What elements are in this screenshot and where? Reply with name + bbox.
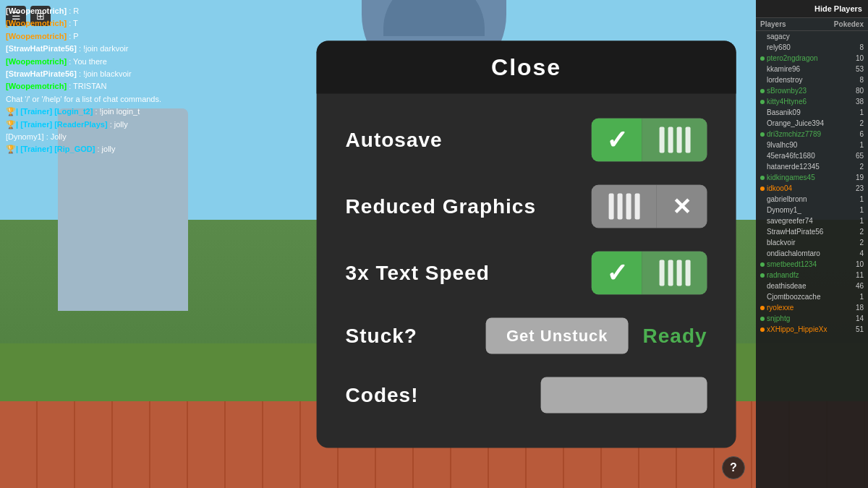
reduced-graphics-bars	[592, 184, 657, 228]
player-score: 1	[849, 108, 864, 116]
players-panel: Hide Players Players Pokedex sagacy rely…	[756, 0, 868, 488]
autosave-toggle[interactable]: ✓	[592, 118, 707, 161]
player-row: snjphtg 14	[756, 313, 868, 324]
player-score: 1	[849, 195, 864, 203]
player-name: Basanik09	[767, 108, 846, 116]
autosave-row: Autosave ✓	[317, 108, 736, 171]
chat-line: Chat '/' or '/help' for a list of chat c…	[6, 94, 204, 105]
codes-row: Codes!	[317, 367, 736, 423]
player-dot-empty	[760, 165, 765, 169]
stuck-controls: Get Unstuck Ready	[486, 317, 707, 354]
autosave-label: Autosave	[346, 128, 443, 151]
autosave-check-icon[interactable]: ✓	[592, 118, 642, 161]
player-score: 18	[849, 304, 864, 312]
player-name: savegreefer74	[767, 217, 846, 225]
chat-message: : You there	[69, 57, 107, 66]
text-speed-bars	[642, 251, 707, 294]
chat-message: : jolly	[110, 120, 128, 129]
player-dot-empty	[760, 67, 765, 72]
player-row: StrawHatPirate56 2	[756, 226, 868, 237]
chat-message: : P	[69, 32, 78, 40]
player-score: 46	[849, 282, 864, 290]
player-name: lordenstroy	[767, 76, 846, 84]
players-col-label: Players	[760, 20, 786, 28]
chat-username: [Dynomy1]	[6, 132, 44, 141]
player-name: Cjomtboozcache	[767, 293, 846, 301]
player-name: Orange_Juice394	[767, 119, 846, 127]
get-unstuck-button[interactable]: Get Unstuck	[486, 317, 629, 354]
player-score: 65	[849, 152, 864, 160]
bar-2	[668, 127, 673, 153]
bar-1	[659, 260, 664, 286]
bar-1	[659, 127, 664, 153]
player-row: xXHippo_HippieXx 51	[756, 324, 868, 335]
bar-2	[668, 260, 673, 286]
chat-message: : !join darkvoir	[79, 44, 128, 53]
chat-username: [StrawHatPirate56]	[6, 44, 77, 53]
bar-4	[634, 193, 639, 219]
player-score: 53	[849, 65, 864, 73]
text-speed-toggle[interactable]: ✓	[592, 251, 707, 294]
player-score: 1	[849, 293, 864, 301]
player-name: radnandfz	[767, 271, 846, 279]
bar-3	[676, 127, 681, 153]
player-dot-empty	[760, 208, 765, 213]
chat-message: : jolly	[97, 145, 115, 153]
player-dot-empty	[760, 121, 765, 126]
player-name: dri3zmchizz7789	[767, 130, 846, 138]
players-columns: Players Pokedex	[756, 18, 868, 31]
player-score: 2	[849, 163, 864, 171]
hide-players-button[interactable]: Hide Players	[814, 4, 862, 13]
help-button[interactable]: ?	[722, 456, 745, 479]
bar-4	[685, 260, 690, 286]
player-score: 4	[849, 249, 864, 257]
player-dot-empty	[760, 295, 765, 299]
player-score: 2	[849, 228, 864, 236]
modal-header: Close	[317, 40, 736, 93]
player-dot-empty	[760, 46, 765, 50]
player-score: 19	[849, 174, 864, 181]
player-row: blackvoir 2	[756, 237, 868, 248]
stuck-row: Stuck? Get Unstuck Ready	[317, 307, 736, 364]
player-name: ondiachalomtaro	[767, 249, 846, 257]
player-dot-empty	[760, 219, 765, 223]
chat-username: [Woopemotrich]	[6, 7, 67, 15]
player-dot	[760, 317, 765, 321]
player-name: xXHippo_HippieXx	[767, 325, 846, 333]
player-score: 38	[849, 98, 864, 106]
player-score: 8	[849, 76, 864, 84]
player-dot-empty	[760, 111, 765, 115]
chat-line: [StrawHatPirate56] : !join darkvoir	[6, 43, 204, 54]
player-name: 9lvalhc90	[767, 141, 846, 149]
player-row: Orange_Juice394 2	[756, 118, 868, 129]
chat-username: [Woopemotrich]	[6, 32, 67, 40]
player-row: lordenstroy 8	[756, 74, 868, 85]
codes-input[interactable]	[541, 377, 707, 413]
chat-username: [Woopemotrich]	[6, 19, 67, 27]
player-dot	[760, 187, 765, 191]
player-row: 9lvalhc90 1	[756, 140, 868, 150]
player-name: gabrielbronn	[767, 195, 846, 203]
chat-message: : T	[69, 19, 78, 27]
player-dot	[760, 262, 765, 267]
player-dot-empty	[760, 230, 765, 234]
player-name: rely680	[767, 43, 846, 51]
player-score: 10	[849, 260, 864, 268]
player-score: 2	[849, 119, 864, 127]
player-row: hatanerde12345 2	[756, 161, 868, 172]
reduced-graphics-toggle[interactable]: ✕	[592, 184, 707, 228]
player-row: dri3zmchizz7789 6	[756, 129, 868, 140]
player-row: sBrownby23 80	[756, 85, 868, 96]
player-score: 2	[849, 239, 864, 247]
player-dot	[760, 56, 765, 61]
bar-3	[676, 260, 681, 286]
player-dot-empty	[760, 35, 765, 39]
player-name: blackvoir	[767, 239, 846, 247]
player-name: smetbeedt1234	[767, 260, 846, 268]
player-row: 45era46fc1680 65	[756, 150, 868, 161]
text-speed-check-icon[interactable]: ✓	[592, 251, 642, 294]
reduced-graphics-x-icon[interactable]: ✕	[657, 184, 707, 228]
player-score: 1	[849, 217, 864, 225]
bar-1	[608, 193, 613, 219]
player-name: sagacy	[767, 33, 846, 40]
